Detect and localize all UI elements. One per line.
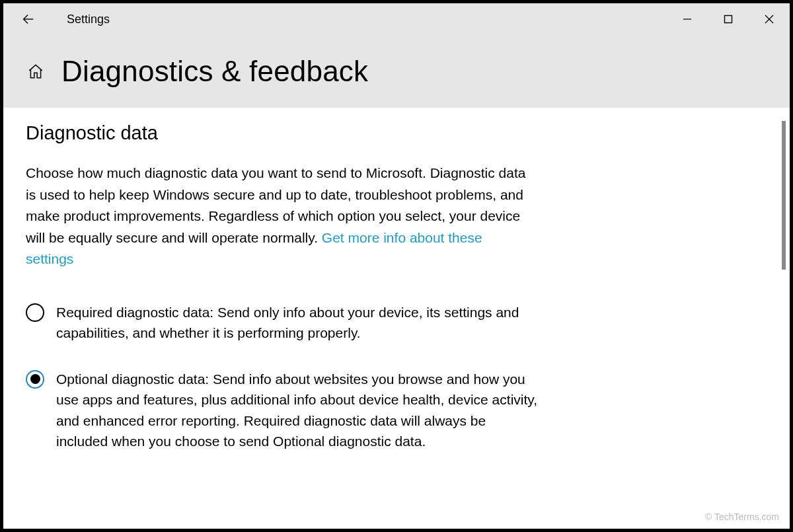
back-button[interactable]	[15, 6, 42, 32]
scrollbar-thumb[interactable]	[782, 121, 786, 270]
radio-option-optional[interactable]: Optional diagnostic data: Send info abou…	[26, 369, 541, 452]
content-area: Diagnostic data Choose how much diagnost…	[3, 108, 790, 529]
section-heading: Diagnostic data	[26, 122, 767, 144]
radio-dot-icon	[30, 374, 40, 384]
maximize-icon	[723, 14, 734, 24]
window-controls	[667, 6, 790, 32]
radio-option-required[interactable]: Required diagnostic data: Send only info…	[26, 302, 541, 344]
maximize-button[interactable]	[708, 6, 749, 32]
home-button[interactable]	[24, 60, 47, 83]
radio-label: Optional diagnostic data: Send info abou…	[56, 369, 541, 452]
titlebar: Settings	[3, 3, 790, 35]
page-title: Diagnostics & feedback	[61, 55, 368, 88]
minimize-icon	[682, 14, 693, 24]
watermark-text: © TechTerms.com	[705, 512, 779, 522]
close-icon	[764, 14, 774, 24]
radio-indicator	[26, 303, 44, 322]
section-description: Choose how much diagnostic data you want…	[26, 163, 528, 270]
radio-indicator-selected	[26, 370, 44, 389]
radio-label: Required diagnostic data: Send only info…	[56, 302, 541, 344]
page-header: Diagnostics & feedback	[3, 35, 790, 108]
radio-group: Required diagnostic data: Send only info…	[26, 302, 767, 452]
back-arrow-icon	[21, 12, 36, 26]
svg-rect-2	[725, 16, 732, 23]
window-title: Settings	[67, 13, 110, 26]
settings-window: Settings	[3, 3, 790, 529]
close-button[interactable]	[749, 6, 790, 32]
minimize-button[interactable]	[667, 6, 708, 32]
home-icon	[27, 63, 44, 80]
header-region: Settings	[3, 3, 790, 108]
